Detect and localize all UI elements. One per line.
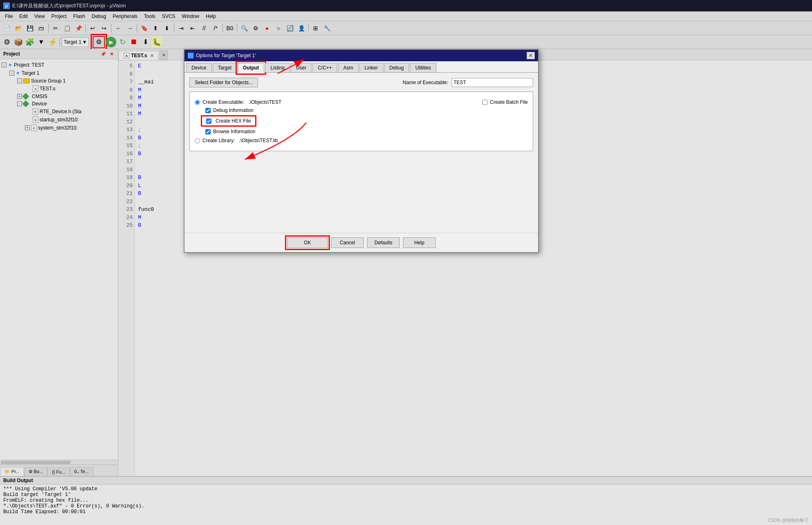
dialog-body: Select Folder for Objects... Name of Exe…: [185, 73, 538, 233]
dialog-title-text: Options for Target 'Target 1': [196, 53, 256, 58]
dialog-close-button[interactable]: ✕: [527, 52, 535, 59]
defaults-button[interactable]: Defaults: [367, 237, 400, 248]
help-button[interactable]: Help: [403, 237, 436, 248]
create-hex-label: Create HEX File: [216, 118, 251, 124]
dialog-title-content: Options for Target 'Target 1': [188, 53, 256, 58]
browse-info-check[interactable]: [205, 129, 211, 134]
tab-device[interactable]: Device: [186, 63, 212, 72]
tab-user[interactable]: User: [291, 63, 311, 72]
executable-label: Name of Executable:: [403, 80, 448, 85]
tab-debug[interactable]: Debug: [384, 63, 409, 72]
create-batch-check[interactable]: [482, 100, 487, 105]
create-executable-radio[interactable]: [195, 100, 200, 105]
create-library-label: Create Library:: [202, 138, 235, 143]
create-executable-label: Create Executable:: [202, 99, 244, 105]
create-library-row: Create Library: .\Objects\TEST.lib: [195, 138, 528, 143]
tab-asm[interactable]: Asm: [338, 63, 358, 72]
browse-info-row: Browse Information: [195, 129, 528, 134]
create-batch-label: Create Batch File: [490, 99, 528, 105]
executable-path: .\Objects\TEST: [248, 99, 281, 105]
dialog-tabs: Device Target Output Listing User C/C++ …: [185, 61, 538, 73]
debug-info-row: Debug Information: [195, 107, 528, 113]
library-path: .\Objects\TEST.lib: [239, 138, 278, 143]
debug-info-label: Debug Information: [213, 107, 254, 113]
dialog-footer: OK Cancel Defaults Help: [185, 233, 538, 252]
create-library-radio[interactable]: [195, 138, 200, 143]
tab-linker[interactable]: Linker: [359, 63, 383, 72]
tab-listing[interactable]: Listing: [265, 63, 290, 72]
folder-executable-row: Select Folder for Objects... Name of Exe…: [189, 78, 533, 87]
tab-utilities[interactable]: Utilities: [410, 63, 436, 72]
create-hex-check[interactable]: [206, 118, 211, 124]
create-hex-row: Create HEX File: [203, 117, 254, 125]
tab-cpp[interactable]: C/C++: [312, 63, 337, 72]
browse-info-label: Browse Information: [213, 129, 255, 134]
executable-input[interactable]: [452, 78, 533, 87]
create-executable-row: Create Executable: .\Objects\TEST Create…: [195, 99, 528, 105]
select-folder-button[interactable]: Select Folder for Objects...: [189, 78, 258, 87]
options-dialog: Options for Target 'Target 1' ✕ Device T…: [184, 49, 539, 253]
dialog-title-icon: [188, 53, 194, 58]
tab-output[interactable]: Output: [238, 63, 264, 73]
output-group-box: Create Executable: .\Objects\TEST Create…: [189, 92, 533, 151]
dialog-spacer: [189, 154, 533, 228]
tab-target[interactable]: Target: [213, 63, 237, 72]
debug-info-check[interactable]: [205, 108, 211, 113]
dialog-title-bar: Options for Target 'Target 1' ✕: [185, 50, 538, 61]
cancel-button[interactable]: Cancel: [331, 237, 364, 248]
ok-button[interactable]: OK: [287, 237, 328, 248]
